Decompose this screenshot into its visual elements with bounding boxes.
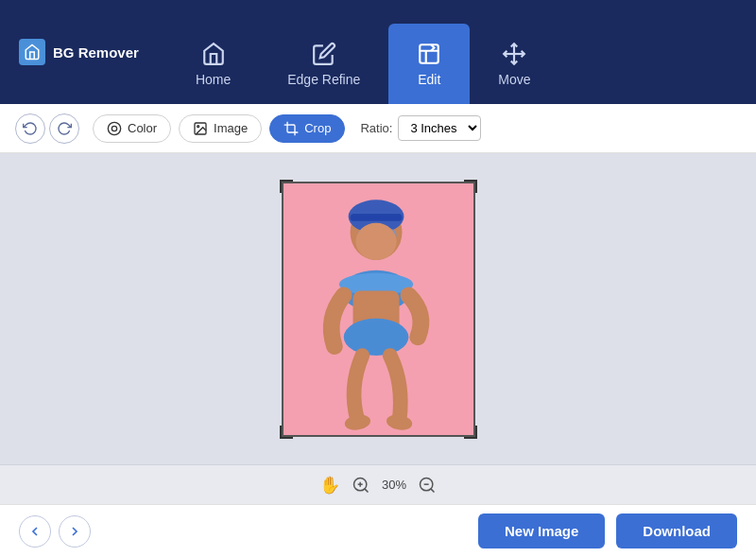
ratio-group: Ratio: 3 Inches 1:1 4:3 16:9 Free	[360, 115, 481, 141]
app-logo-icon	[19, 39, 45, 65]
zoom-out-icon	[418, 476, 437, 495]
prev-button[interactable]	[19, 515, 51, 548]
svg-point-5	[198, 125, 199, 127]
tab-edit[interactable]: Edit	[388, 24, 470, 104]
image-preview	[282, 182, 475, 437]
chevron-left-icon	[27, 524, 43, 539]
zoom-in-icon	[352, 476, 370, 495]
zoom-level: 30%	[382, 478, 406, 492]
svg-point-10	[355, 222, 396, 259]
svg-point-3	[108, 122, 120, 134]
tab-move[interactable]: Move	[470, 24, 558, 104]
crop-button[interactable]: Crop	[269, 114, 345, 143]
zoom-in-button[interactable]	[352, 476, 370, 495]
image-label: Image	[214, 121, 248, 135]
toolbar: Color Image Crop Ratio: 3 Inches 1:1 4:3…	[0, 104, 756, 153]
new-image-button[interactable]: New Image	[478, 513, 605, 548]
zoom-out-button[interactable]	[418, 476, 437, 495]
ratio-label: Ratio:	[360, 121, 392, 135]
undo-button[interactable]	[15, 113, 45, 144]
crop-label: Crop	[304, 121, 331, 135]
color-button[interactable]: Color	[93, 114, 171, 143]
nav-tabs: Home Edge Refine Edit	[167, 0, 559, 104]
app-title: BG Remover	[53, 44, 139, 61]
redo-button[interactable]	[49, 113, 79, 144]
bottom-bar: New Image Download	[0, 504, 756, 557]
pan-tool[interactable]: ✋	[319, 475, 340, 496]
svg-rect-0	[421, 44, 439, 63]
crop-icon	[284, 121, 299, 136]
tab-edit-label: Edit	[418, 72, 440, 87]
svg-line-22	[431, 488, 435, 492]
zoom-bar: ✋ 30%	[0, 464, 756, 504]
image-icon	[193, 121, 208, 136]
image-button[interactable]: Image	[179, 114, 262, 143]
tab-edge-refine[interactable]: Edge Refine	[259, 24, 388, 104]
nav-arrows	[19, 515, 91, 548]
undo-redo-group	[15, 113, 79, 144]
download-button[interactable]: Download	[616, 513, 737, 548]
app-logo: BG Remover	[19, 39, 139, 65]
ratio-select[interactable]: 3 Inches 1:1 4:3 16:9 Free	[398, 115, 481, 141]
tab-home[interactable]: Home	[167, 24, 259, 104]
action-buttons: New Image Download	[478, 513, 737, 548]
tab-home-label: Home	[196, 72, 231, 87]
image-container	[282, 182, 475, 437]
svg-point-15	[343, 412, 371, 431]
tab-edge-refine-label: Edge Refine	[287, 72, 360, 87]
svg-rect-8	[350, 214, 402, 221]
svg-line-18	[365, 488, 369, 492]
nav-bar: BG Remover Home Edge Refine Ed	[0, 0, 756, 104]
svg-point-14	[343, 318, 408, 355]
canvas-area	[0, 153, 756, 464]
tab-move-label: Move	[498, 72, 530, 87]
color-icon	[107, 121, 122, 136]
chevron-right-icon	[67, 524, 82, 539]
child-figure	[284, 183, 473, 435]
svg-point-16	[385, 412, 413, 431]
next-button[interactable]	[59, 515, 91, 548]
color-label: Color	[128, 121, 157, 135]
